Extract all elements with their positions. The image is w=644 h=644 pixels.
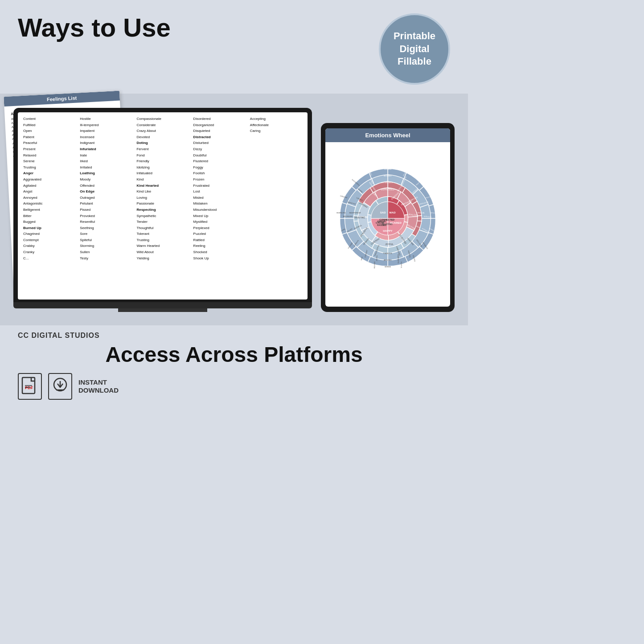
laptop-col-5: AcceptingAffectionateCaring — [250, 116, 302, 296]
svg-text:EMBAR-: EMBAR- — [377, 221, 386, 223]
laptop-col-4: DisorderedDisorganizedDisquietedDistract… — [193, 116, 246, 296]
svg-text:PDF: PDF — [25, 386, 33, 390]
badge-line1: Printable — [394, 30, 435, 43]
top-section: Ways to Use Printable Digital Fillable — [0, 0, 468, 94]
svg-text:INDIFFERENT: INDIFFERENT — [349, 212, 361, 214]
badge-line3: Fillable — [398, 55, 431, 68]
svg-text:RELAXED: RELAXED — [373, 261, 376, 268]
access-title: Access Across Platforms — [18, 342, 450, 367]
laptop-stand — [118, 308, 207, 312]
download-label: DOWNLOAD — [78, 386, 119, 394]
svg-text:ISOLATED: ISOLATED — [384, 168, 392, 170]
laptop-content: ContentFulfilledOpenPatientPeacefulPrese… — [18, 112, 308, 299]
tablet-screen: Emotions Wheel — [325, 128, 450, 307]
svg-text:JOYFUL: JOYFUL — [376, 255, 378, 261]
svg-text:PLAYFUL: PLAYFUL — [400, 262, 402, 268]
download-icon — [48, 373, 72, 400]
pdf-icon: PDF — [18, 373, 42, 400]
page-title: Ways to Use — [18, 13, 171, 42]
bottom-section: CC DIGITAL STUDIOS Access Across Platfor… — [0, 325, 468, 406]
svg-text:THANKFUL: THANKFUL — [383, 252, 393, 254]
icons-row: PDF INSTANT DOWNLOAD — [18, 373, 450, 400]
brand-name: CC DIGITAL STUDIOS — [18, 332, 450, 340]
download-icon-box — [48, 373, 72, 400]
svg-text:SERENE: SERENE — [385, 266, 391, 268]
tablet-screen-header: Emotions Wheel — [325, 128, 450, 142]
badge-line2: Digital — [399, 43, 429, 56]
instant-download-label: INSTANT DOWNLOAD — [78, 378, 119, 394]
svg-text:BELONGING: BELONGING — [343, 216, 353, 217]
pdf-svg: PDF — [21, 377, 38, 396]
svg-text:SAD: SAD — [380, 211, 386, 214]
download-svg — [52, 377, 69, 396]
pdf-icon-box: PDF — [18, 373, 42, 400]
emotions-wheel: MAD SCARED HAPPY CALM SAD FURIOUS IRRITA… — [328, 149, 447, 296]
svg-text:ENERGETIC: ENERGETIC — [397, 254, 399, 264]
badge-circle: Printable Digital Fillable — [379, 13, 450, 85]
svg-text:AROUSED: AROUSED — [384, 259, 392, 261]
svg-text:HAPPY: HAPPY — [383, 229, 393, 232]
laptop-col-3: CompassionateConsiderateCrazy AboutDevot… — [136, 116, 189, 296]
tablet-screen-content: MAD SCARED HAPPY CALM SAD FURIOUS IRRITA… — [325, 142, 450, 303]
svg-text:JOYFUL: JOYFUL — [385, 243, 394, 246]
tablet: Emotions Wheel — [321, 123, 455, 312]
laptop-wrapper: ContentFulfilledOpenPatientPeacefulPrese… — [13, 108, 312, 312]
svg-text:VULNERABLE: VULNERABLE — [381, 181, 393, 184]
tablet-wrapper: Emotions Wheel — [321, 123, 455, 312]
svg-text:ASHAMED: ASHAMED — [384, 175, 392, 177]
svg-text:RASSED: RASSED — [377, 224, 386, 226]
svg-text:TRUSTING: TRUSTING — [354, 217, 365, 219]
laptop-col-1: ContentFulfilledOpenPatientPeacefulPrese… — [23, 116, 75, 296]
laptop-col-2: HostileIll-temperedImpatientIncensedIndi… — [80, 116, 132, 296]
svg-text:RESPECTED: RESPECTED — [336, 212, 346, 214]
instant-label: INSTANT — [78, 378, 119, 386]
laptop: ContentFulfilledOpenPatientPeacefulPrese… — [13, 108, 312, 302]
svg-text:CRITICAL: CRITICAL — [417, 212, 425, 214]
devices-section: Feelings List A AbandonedAbusedAccepting… — [0, 94, 468, 325]
svg-text:MAD: MAD — [390, 211, 396, 214]
svg-text:DEPRESSED: DEPRESSED — [381, 189, 395, 191]
laptop-base — [13, 302, 312, 308]
laptop-screen: ContentFulfilledOpenPatientPeacefulPrese… — [18, 112, 308, 299]
